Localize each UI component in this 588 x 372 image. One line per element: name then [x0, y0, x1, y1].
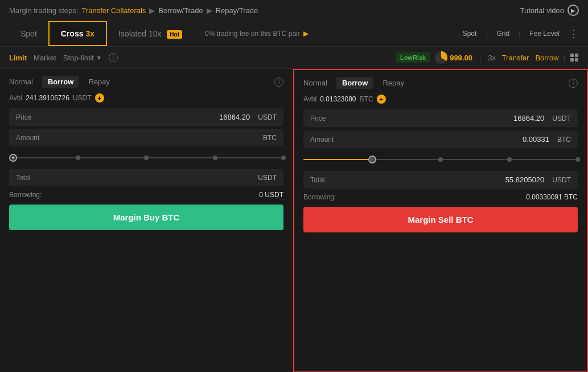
play-icon: ▶	[568, 5, 579, 16]
buy-slider-thumb[interactable]	[9, 154, 17, 162]
sell-borrowing-row: Borrowing: 0.00330091 BTC	[303, 193, 578, 201]
grid-view-icon[interactable]	[570, 53, 579, 62]
sell-borrowing-label: Borrowing:	[303, 193, 336, 201]
tab-isolated[interactable]: Isolated 10x Hot	[107, 22, 194, 45]
risk-value: 999.00	[450, 54, 472, 62]
borrow-link[interactable]: Borrow	[535, 54, 558, 62]
sell-amount-value: 0.00331	[523, 135, 549, 144]
order-type-bar: Limit Market Stop-limit ▼ i LowRisk 999.…	[0, 47, 588, 69]
trading-area: Normal Borrow Repay i Avbl 241.39106726 …	[0, 69, 588, 372]
more-options-button[interactable]: ⋮	[569, 27, 579, 40]
breadcrumb-bar: Margin trading steps: Transfer Collatera…	[0, 0, 588, 21]
sell-slider-dot-25	[370, 157, 375, 162]
svg-rect-0	[570, 54, 574, 57]
buy-borrowing-label: Borrowing:	[9, 191, 42, 199]
sell-avbl-add-button[interactable]: +	[377, 95, 386, 104]
buy-avbl-label: Avbl	[9, 94, 22, 102]
sell-slider-dot-50	[438, 157, 443, 162]
sell-tab-borrow[interactable]: Borrow	[336, 77, 374, 89]
sell-avbl-currency: BTC	[360, 95, 373, 103]
order-type-stop-limit[interactable]: Stop-limit ▼	[63, 54, 102, 62]
buy-tab-repay[interactable]: Repay	[88, 76, 110, 88]
margin-sell-button[interactable]: Margin Sell BTC	[303, 207, 578, 232]
buy-amount-input[interactable]: Amount BTC	[9, 129, 283, 146]
buy-borrowing-row: Borrowing: 0 USDT	[9, 191, 283, 199]
tab-right-links: Spot | Grid | Fee Level ⋮	[463, 27, 579, 40]
sell-total-input[interactable]: Total 55.8205020 USDT	[303, 171, 578, 189]
buy-tab-normal[interactable]: Normal	[9, 76, 33, 88]
sell-slider-dot-75	[507, 157, 512, 162]
sell-panel-tabs: Normal Borrow Repay i	[303, 77, 578, 89]
low-risk-badge: LowRisk	[396, 52, 430, 63]
order-type-market[interactable]: Market	[34, 54, 56, 62]
sell-amount-currency: BTC	[557, 136, 571, 144]
sell-avbl-label: Avbl	[303, 95, 316, 103]
buy-tab-borrow[interactable]: Borrow	[42, 76, 80, 88]
sell-slider-dot-100	[575, 157, 580, 162]
sell-avbl-value: 0.01323080	[320, 95, 356, 103]
grid-link[interactable]: Grid	[497, 30, 510, 38]
margin-buy-button[interactable]: Margin Buy BTC	[9, 205, 283, 230]
buy-panel: Normal Borrow Repay i Avbl 241.39106726 …	[0, 69, 293, 372]
buy-price-input[interactable]: Price 16864.20 USDT	[9, 108, 283, 126]
sell-price-label: Price	[310, 115, 326, 122]
buy-avbl-row: Avbl 241.39106726 USDT +	[9, 93, 283, 103]
buy-avbl-currency: USDT	[73, 94, 92, 102]
breadcrumb-step3[interactable]: Repay/Trade	[216, 6, 258, 15]
buy-amount-label: Amount	[16, 134, 39, 142]
buy-total-currency: USDT	[258, 174, 277, 182]
buy-total-label: Total	[16, 174, 30, 182]
buy-slider-dot-25	[76, 156, 80, 160]
buy-price-value: 16864.20	[219, 113, 250, 121]
sell-tab-normal[interactable]: Normal	[303, 77, 327, 89]
breadcrumb-steps-label: Margin trading steps:	[9, 6, 78, 15]
promo-text: 0% trading fee on this BTC pair ▶	[205, 30, 309, 38]
tutorial-label: Tutorial video	[520, 6, 564, 15]
sell-amount-input[interactable]: Amount 0.00331 BTC	[303, 130, 578, 148]
buy-panel-info-icon[interactable]: i	[274, 77, 283, 87]
spot-grid-link[interactable]: Spot	[463, 30, 477, 38]
sell-avbl-row: Avbl 0.01323080 BTC +	[303, 95, 578, 104]
breadcrumb: Margin trading steps: Transfer Collatera…	[9, 6, 258, 15]
svg-marker-4	[11, 156, 15, 160]
buy-avbl-add-button[interactable]: +	[95, 93, 104, 103]
svg-rect-2	[570, 58, 574, 62]
tutorial-video-button[interactable]: Tutorial video ▶	[520, 5, 579, 16]
sell-price-currency: USDT	[552, 115, 571, 122]
transfer-link[interactable]: Transfer	[502, 54, 529, 62]
sell-tab-repay[interactable]: Repay	[383, 77, 404, 89]
sell-borrowing-value: 0.00330091 BTC	[526, 193, 578, 201]
svg-rect-1	[575, 54, 578, 57]
order-type-info-icon[interactable]: i	[109, 53, 118, 62]
hot-badge: Hot	[167, 30, 182, 39]
risk-gauge-icon	[435, 51, 447, 64]
buy-panel-tabs: Normal Borrow Repay i	[9, 76, 283, 88]
order-type-limit[interactable]: Limit	[9, 54, 27, 62]
sell-panel-info-icon[interactable]: i	[569, 79, 578, 88]
buy-total-input[interactable]: Total USDT	[9, 169, 283, 186]
breadcrumb-step1[interactable]: Transfer Collaterals	[81, 6, 146, 15]
sell-total-currency: USDT	[552, 176, 571, 184]
fee-level-link[interactable]: Fee Level	[529, 30, 560, 38]
sell-amount-label: Amount	[310, 136, 334, 144]
buy-amount-currency: BTC	[263, 134, 277, 142]
risk-multiplier: 3x Transfer Borrow	[488, 54, 558, 62]
tab-cross[interactable]: Cross 3x	[48, 21, 107, 46]
chevron-down-icon: ▼	[96, 55, 102, 61]
buy-avbl-value: 241.39106726	[26, 94, 69, 102]
svg-rect-3	[575, 58, 578, 62]
promo-arrow-icon: ▶	[303, 30, 309, 38]
breadcrumb-step2[interactable]: Borrow/Trade	[158, 6, 203, 15]
sell-slider[interactable]	[303, 154, 578, 165]
buy-slider-dot-75	[213, 156, 217, 160]
trading-mode-tabs: Spot Cross 3x Isolated 10x Hot 0% tradin…	[0, 21, 588, 47]
buy-slider-dot-50	[144, 156, 149, 160]
buy-price-currency: USDT	[258, 113, 277, 121]
sell-price-input[interactable]: Price 16864.20 USDT	[303, 109, 578, 127]
sell-price-value: 16864.20	[513, 114, 544, 122]
sell-slider-fill	[303, 159, 372, 160]
tab-spot[interactable]: Spot	[9, 22, 48, 45]
buy-borrowing-value: 0 USDT	[259, 191, 283, 199]
sell-slider-track	[303, 159, 578, 160]
buy-slider[interactable]	[9, 152, 283, 163]
